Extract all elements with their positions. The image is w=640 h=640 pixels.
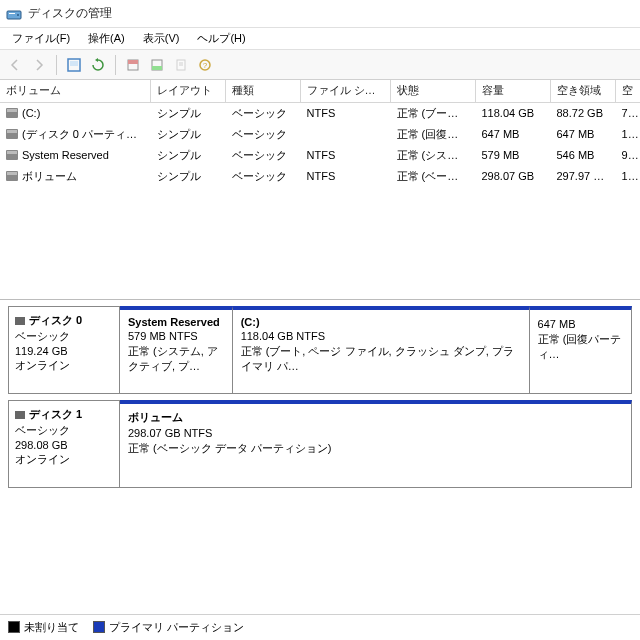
disk-type: ベーシック: [15, 423, 113, 438]
legend-primary: プライマリ パーティション: [93, 620, 244, 635]
table-row[interactable]: ボリュームシンプルベーシックNTFS正常 (ベーシ…298.07 GB297.9…: [0, 166, 640, 187]
col-filesystem[interactable]: ファイル システム: [300, 80, 390, 102]
disk-graph-pane: ディスク 0ベーシック119.24 GBオンラインSystem Reserved…: [0, 300, 640, 614]
menu-help[interactable]: ヘルプ(H): [189, 29, 253, 48]
cell-status: 正常 (ベーシ…: [390, 166, 475, 187]
view-bottom-button[interactable]: [146, 54, 168, 76]
svg-rect-1: [9, 13, 15, 14]
swatch-primary-icon: [93, 621, 105, 633]
cell-layout: シンプル: [150, 166, 225, 187]
col-free[interactable]: 空き領域: [550, 80, 615, 102]
col-volume[interactable]: ボリューム: [0, 80, 150, 102]
cell-volume: ボリューム: [22, 170, 77, 182]
col-capacity[interactable]: 容量: [475, 80, 550, 102]
cell-fs: NTFS: [300, 145, 390, 166]
menu-view[interactable]: 表示(V): [135, 29, 188, 48]
cell-type: ベーシック: [225, 102, 300, 124]
partition-title: System Reserved: [128, 316, 224, 328]
partition-status: 正常 (ブート, ページ ファイル, クラッシュ ダンプ, プライマリ パ…: [241, 344, 521, 374]
disk-management-window: ディスクの管理 ファイル(F) 操作(A) 表示(V) ヘルプ(H) ? ボリュ: [0, 0, 640, 640]
volume-table: ボリューム レイアウト 種類 ファイル システム 状態 容量 空き領域 空 (C…: [0, 80, 640, 187]
svg-point-2: [17, 14, 19, 16]
svg-rect-4: [70, 61, 78, 66]
volume-icon: [6, 150, 18, 160]
col-pct[interactable]: 空: [615, 80, 640, 102]
partition[interactable]: (C:)118.04 GB NTFS正常 (ブート, ページ ファイル, クラッ…: [233, 306, 530, 394]
table-row[interactable]: System ReservedシンプルベーシックNTFS正常 (シス…579 M…: [0, 145, 640, 166]
legend-primary-label: プライマリ パーティション: [109, 621, 244, 633]
cell-volume: (C:): [22, 107, 40, 119]
menu-file[interactable]: ファイル(F): [4, 29, 78, 48]
disk-capacity: 119.24 GB: [15, 345, 113, 357]
menubar: ファイル(F) 操作(A) 表示(V) ヘルプ(H): [0, 28, 640, 50]
swatch-unallocated-icon: [8, 621, 20, 633]
cell-capacity: 647 MB: [475, 124, 550, 145]
partition-status: 正常 (システム, アクティブ, プ…: [128, 344, 224, 374]
cell-pct: 100: [615, 166, 640, 187]
volume-icon: [6, 108, 18, 118]
toolbar: ?: [0, 50, 640, 80]
partition-status: 正常 (回復パーティ…: [538, 332, 623, 362]
back-button: [4, 54, 26, 76]
col-layout[interactable]: レイアウト: [150, 80, 225, 102]
app-icon: [6, 6, 22, 22]
legend-unallocated-label: 未割り当て: [24, 621, 79, 633]
disk-body: System Reserved579 MB NTFS正常 (システム, アクティ…: [120, 306, 632, 394]
cell-free: 88.72 GB: [550, 102, 615, 124]
partition[interactable]: ボリューム298.07 GB NTFS正常 (ベーシック データ パーティション…: [120, 400, 632, 488]
partition-size: 118.04 GB NTFS: [241, 330, 521, 342]
cell-type: ベーシック: [225, 166, 300, 187]
table-row[interactable]: (ディスク 0 パーティショ…シンプルベーシック正常 (回復…647 MB647…: [0, 124, 640, 145]
partition-size: 579 MB NTFS: [128, 330, 224, 342]
disk-header[interactable]: ディスク 1ベーシック298.08 GBオンライン: [8, 400, 120, 488]
disk-type: ベーシック: [15, 329, 113, 344]
menu-action[interactable]: 操作(A): [80, 29, 133, 48]
cell-status: 正常 (ブート…: [390, 102, 475, 124]
cell-capacity: 579 MB: [475, 145, 550, 166]
disk-header[interactable]: ディスク 0ベーシック119.24 GBオンライン: [8, 306, 120, 394]
disk-capacity: 298.08 GB: [15, 439, 113, 451]
disk-icon: [15, 317, 25, 325]
partition[interactable]: 647 MB正常 (回復パーティ…: [530, 306, 632, 394]
cell-fs: NTFS: [300, 166, 390, 187]
disk-status: オンライン: [15, 358, 113, 373]
partition-size: 298.07 GB NTFS: [128, 427, 623, 439]
refresh-large-button[interactable]: [63, 54, 85, 76]
cell-free: 546 MB: [550, 145, 615, 166]
refresh-button[interactable]: [87, 54, 109, 76]
col-type[interactable]: 種類: [225, 80, 300, 102]
disk-body: ボリューム298.07 GB NTFS正常 (ベーシック データ パーティション…: [120, 400, 632, 488]
col-status[interactable]: 状態: [390, 80, 475, 102]
table-row[interactable]: (C:)シンプルベーシックNTFS正常 (ブート…118.04 GB88.72 …: [0, 102, 640, 124]
cell-layout: シンプル: [150, 102, 225, 124]
cell-free: 297.97 GB: [550, 166, 615, 187]
cell-status: 正常 (回復…: [390, 124, 475, 145]
cell-volume: (ディスク 0 パーティショ…: [22, 128, 150, 140]
cell-type: ベーシック: [225, 145, 300, 166]
toolbar-separator: [56, 55, 57, 75]
column-header-row: ボリューム レイアウト 種類 ファイル システム 状態 容量 空き領域 空: [0, 80, 640, 102]
help-button[interactable]: ?: [194, 54, 216, 76]
partition-title: (C:): [241, 316, 521, 328]
view-top-button[interactable]: [122, 54, 144, 76]
cell-fs: [300, 124, 390, 145]
window-title: ディスクの管理: [28, 5, 112, 22]
partition[interactable]: System Reserved579 MB NTFS正常 (システム, アクティ…: [120, 306, 233, 394]
cell-status: 正常 (シス…: [390, 145, 475, 166]
legend: 未割り当て プライマリ パーティション: [0, 614, 640, 640]
toolbar-separator: [115, 55, 116, 75]
volume-icon: [6, 129, 18, 139]
volume-list-pane: ボリューム レイアウト 種類 ファイル システム 状態 容量 空き領域 空 (C…: [0, 80, 640, 300]
titlebar: ディスクの管理: [0, 0, 640, 28]
cell-free: 647 MB: [550, 124, 615, 145]
cell-fs: NTFS: [300, 102, 390, 124]
partition-status: 正常 (ベーシック データ パーティション): [128, 441, 623, 456]
volume-icon: [6, 171, 18, 181]
disk-icon: [15, 411, 25, 419]
cell-type: ベーシック: [225, 124, 300, 145]
partition-size: 647 MB: [538, 318, 623, 330]
properties-button: [170, 54, 192, 76]
disk-name: ディスク 1: [15, 407, 113, 422]
cell-pct: 75: [615, 102, 640, 124]
cell-capacity: 298.07 GB: [475, 166, 550, 187]
